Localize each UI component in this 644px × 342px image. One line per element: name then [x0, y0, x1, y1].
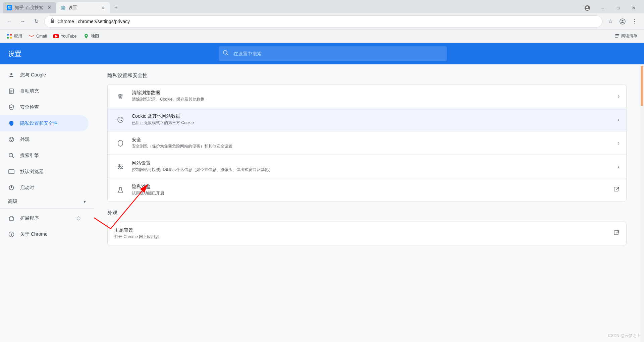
- svg-rect-6: [10, 34, 12, 36]
- sidebar-autofill-label: 自动填充: [20, 88, 39, 94]
- cookies-arrow: ›: [618, 117, 620, 123]
- settings-page-title: 设置: [8, 49, 21, 58]
- sidebar-item-search[interactable]: 搜索引擎: [0, 148, 89, 164]
- advanced-expand-icon: ▾: [84, 199, 86, 204]
- svg-rect-13: [615, 36, 619, 36]
- verified-user-icon: [8, 104, 15, 111]
- right-scrollbar[interactable]: [640, 64, 644, 342]
- clear-browsing-row[interactable]: 清除浏览数据 清除浏览记录、Cookie、缓存及其他数据 ›: [108, 84, 626, 108]
- sidebar-item-privacy[interactable]: 隐私设置和安全性: [0, 115, 89, 131]
- cookies-row[interactable]: Cookie 及其他网站数据 已阻止无痕模式下的第三方 Cookie ›: [108, 108, 626, 131]
- privacy-settings-card: 清除浏览数据 清除浏览记录、Cookie、缓存及其他数据 › Cookie 及其…: [107, 84, 627, 202]
- sidebar-item-autofill[interactable]: 自动填充: [0, 83, 89, 99]
- sidebar-search-label: 搜索引擎: [20, 153, 39, 159]
- svg-point-38: [121, 120, 122, 121]
- svg-point-34: [118, 117, 123, 122]
- site-settings-text: 网站设置 控制网站可以使用和显示什么信息（如位置信息、摄像头、弹出式窗口及其他）: [132, 160, 612, 173]
- new-tab-button[interactable]: +: [111, 3, 121, 12]
- maps-favicon: [84, 34, 89, 39]
- privacy-sandbox-title: 隐私沙盒: [132, 184, 608, 190]
- security-icon: [8, 120, 15, 127]
- tab1-close[interactable]: ✕: [46, 5, 52, 11]
- tabs-area: 知 知乎_百度搜索 ✕ ⚙️ 设置 ✕ +: [0, 2, 577, 13]
- sidebar-item-safety[interactable]: 安全检查: [0, 99, 89, 115]
- bookmark-apps[interactable]: 应用: [4, 32, 25, 41]
- forward-button[interactable]: →: [17, 16, 28, 27]
- reload-button[interactable]: ↻: [31, 16, 42, 27]
- svg-rect-7: [7, 37, 9, 39]
- settings-body: 您与 Google 自动填充 安全检查: [0, 64, 644, 342]
- maximize-button[interactable]: □: [610, 3, 626, 13]
- security-subtitle: 安全浏览（保护您免受危险网站的侵害）和其他安全设置: [132, 144, 612, 149]
- svg-point-21: [9, 137, 14, 142]
- settings-search-input[interactable]: [219, 46, 447, 61]
- sidebar-advanced-section[interactable]: 高级 ▾: [0, 196, 94, 207]
- svg-point-37: [120, 120, 120, 121]
- reading-list-button[interactable]: 阅读清单: [612, 32, 640, 41]
- svg-rect-14: [615, 37, 618, 38]
- sidebar-item-appearance[interactable]: 外观: [0, 131, 89, 148]
- theme-text: 主题背景 打开 Chrome 网上应用店: [114, 227, 608, 240]
- svg-line-26: [12, 157, 14, 158]
- search-icon: [8, 152, 15, 159]
- cookies-text: Cookie 及其他网站数据 已阻止无痕模式下的第三方 Cookie: [132, 113, 612, 126]
- sidebar-browser-label: 默认浏览器: [20, 169, 44, 175]
- sidebar-extensions-label: 扩展程序: [20, 215, 39, 221]
- sidebar-item-about[interactable]: i 关于 Chrome: [0, 226, 89, 242]
- security-row[interactable]: 安全 安全浏览（保护您免受危险网站的侵害）和其他安全设置 ›: [108, 131, 626, 155]
- bookmark-gmail[interactable]: Gmail: [26, 32, 49, 41]
- extensions-external-icon: ⬡: [76, 216, 80, 221]
- sidebar-about-label: 关于 Chrome: [20, 231, 48, 237]
- security-arrow: ›: [618, 140, 620, 146]
- minimize-button[interactable]: ─: [595, 3, 610, 13]
- cookie-icon: [114, 114, 126, 126]
- back-button[interactable]: ←: [4, 16, 15, 27]
- tab-zhihu[interactable]: 知 知乎_百度搜索 ✕: [3, 2, 56, 13]
- gmail-favicon: [29, 34, 34, 39]
- profile-button[interactable]: [617, 16, 628, 27]
- bookmark-maps[interactable]: 地图: [81, 32, 102, 41]
- svg-line-16: [227, 54, 228, 55]
- bookmark-star-button[interactable]: ☆: [605, 16, 616, 27]
- browser-icon: [8, 168, 15, 175]
- security-title: 安全: [132, 137, 612, 143]
- bookmark-youtube-label: YouTube: [61, 34, 76, 39]
- sidebar-startup-label: 启动时: [20, 185, 34, 191]
- bookmark-maps-label: 地图: [91, 33, 99, 39]
- assignment-icon: [8, 88, 15, 95]
- settings-favicon: ⚙️: [60, 5, 66, 10]
- person-icon: [8, 72, 15, 78]
- tab2-close[interactable]: ✕: [100, 5, 106, 11]
- scrollbar-thumb[interactable]: [641, 66, 643, 106]
- advanced-label: 高级: [8, 198, 17, 205]
- toolbar-right: ☆ ⋮: [605, 16, 640, 27]
- address-bar[interactable]: Chrome | chrome://settings/privacy: [44, 15, 602, 27]
- menu-button[interactable]: ⋮: [629, 16, 640, 27]
- clear-browsing-subtitle: 清除浏览记录、Cookie、缓存及其他数据: [132, 97, 612, 102]
- close-button[interactable]: ✕: [626, 3, 641, 13]
- sidebar-item-browser[interactable]: 默认浏览器: [0, 164, 89, 180]
- sidebar-item-google[interactable]: 您与 Google: [0, 67, 89, 83]
- privacy-sandbox-row[interactable]: 隐私沙盒 试用版功能已开启: [108, 178, 626, 202]
- browser-frame: 知 知乎_百度搜索 ✕ ⚙️ 设置 ✕ + ─ □ ✕ ← →: [0, 0, 644, 342]
- title-bar: 知 知乎_百度搜索 ✕ ⚙️ 设置 ✕ + ─ □ ✕: [0, 0, 644, 13]
- tab-settings[interactable]: ⚙️ 设置 ✕: [56, 2, 110, 13]
- theme-external-icon: [613, 230, 620, 237]
- site-settings-row[interactable]: 网站设置 控制网站可以使用和显示什么信息（如位置信息、摄像头、弹出式窗口及其他）…: [108, 155, 626, 178]
- site-settings-subtitle: 控制网站可以使用和显示什么信息（如位置信息、摄像头、弹出式窗口及其他）: [132, 167, 612, 173]
- sidebar-item-startup[interactable]: 启动时: [0, 180, 89, 196]
- svg-text:i: i: [11, 232, 12, 237]
- bookmark-youtube[interactable]: YouTube: [51, 32, 79, 41]
- sidebar-item-extensions[interactable]: 扩展程序 ⬡: [0, 210, 89, 226]
- profile-icon-btn[interactable]: [580, 3, 595, 13]
- bookmark-gmail-label: Gmail: [36, 34, 47, 39]
- security-text: 安全 安全浏览（保护您免受危险网站的侵害）和其他安全设置: [132, 137, 612, 149]
- settings-search-bar[interactable]: [219, 46, 447, 61]
- theme-row[interactable]: 主题背景 打开 Chrome 网上应用店: [108, 222, 626, 245]
- site-settings-arrow: ›: [618, 164, 620, 170]
- svg-point-43: [121, 166, 122, 167]
- sidebar-appearance-label: 外观: [20, 136, 30, 142]
- site-settings-title: 网站设置: [132, 160, 612, 166]
- svg-rect-8: [10, 37, 12, 39]
- delete-icon: [114, 90, 126, 102]
